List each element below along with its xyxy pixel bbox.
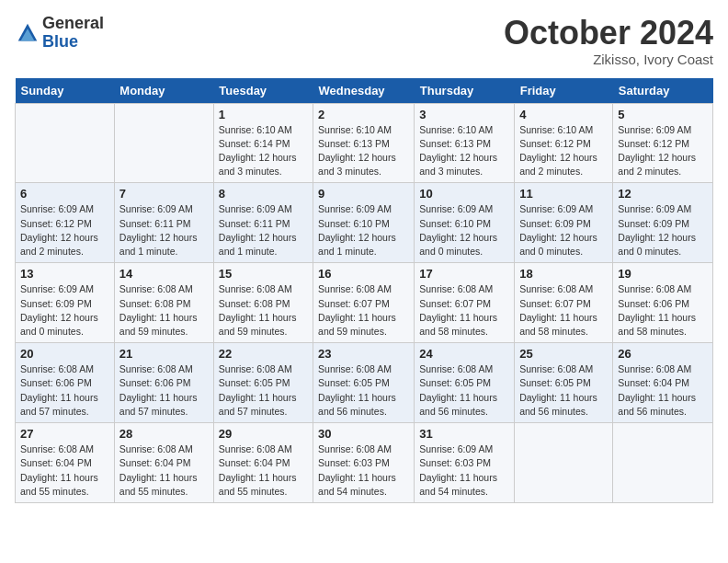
day-number: 15 [219, 267, 308, 281]
day-info: Sunrise: 6:08 AMSunset: 6:05 PMDaylight:… [219, 362, 308, 419]
calendar-week-row: 13Sunrise: 6:09 AMSunset: 6:09 PMDayligh… [16, 263, 713, 343]
day-info: Sunrise: 6:08 AMSunset: 6:07 PMDaylight:… [419, 282, 509, 339]
weekday-header: Thursday [415, 78, 515, 104]
day-info: Sunrise: 6:09 AMSunset: 6:10 PMDaylight:… [318, 202, 409, 259]
day-number: 24 [419, 347, 509, 361]
day-number: 5 [618, 108, 708, 121]
day-number: 31 [419, 427, 509, 441]
day-number: 8 [219, 187, 308, 201]
day-info: Sunrise: 6:09 AMSunset: 6:12 PMDaylight:… [20, 202, 109, 259]
logo-blue-text: Blue [42, 33, 104, 52]
day-info: Sunrise: 6:09 AMSunset: 6:03 PMDaylight:… [419, 442, 509, 499]
calendar-cell: 31Sunrise: 6:09 AMSunset: 6:03 PMDayligh… [415, 423, 515, 503]
calendar-cell: 5Sunrise: 6:09 AMSunset: 6:12 PMDaylight… [613, 103, 713, 183]
calendar-week-row: 1Sunrise: 6:10 AMSunset: 6:14 PMDaylight… [16, 103, 713, 183]
calendar-cell: 9Sunrise: 6:09 AMSunset: 6:10 PMDaylight… [313, 183, 415, 263]
calendar-cell: 17Sunrise: 6:08 AMSunset: 6:07 PMDayligh… [415, 263, 515, 343]
weekday-header: Saturday [613, 78, 713, 104]
day-number: 23 [318, 347, 409, 361]
day-info: Sunrise: 6:08 AMSunset: 6:07 PMDaylight:… [318, 282, 409, 339]
calendar-cell: 26Sunrise: 6:08 AMSunset: 6:04 PMDayligh… [613, 343, 713, 423]
day-info: Sunrise: 6:09 AMSunset: 6:09 PMDaylight:… [20, 282, 109, 339]
calendar-cell: 4Sunrise: 6:10 AMSunset: 6:12 PMDaylight… [515, 103, 613, 183]
day-info: Sunrise: 6:08 AMSunset: 6:04 PMDaylight:… [20, 442, 109, 499]
day-info: Sunrise: 6:08 AMSunset: 6:06 PMDaylight:… [618, 282, 708, 339]
day-number: 28 [119, 427, 209, 441]
day-number: 9 [318, 187, 409, 201]
calendar-cell: 25Sunrise: 6:08 AMSunset: 6:05 PMDayligh… [515, 343, 613, 423]
day-number: 12 [618, 187, 708, 201]
calendar-cell: 20Sunrise: 6:08 AMSunset: 6:06 PMDayligh… [16, 343, 115, 423]
calendar-cell: 10Sunrise: 6:09 AMSunset: 6:10 PMDayligh… [415, 183, 515, 263]
day-number: 20 [20, 347, 109, 361]
day-number: 13 [20, 267, 109, 281]
calendar-cell: 12Sunrise: 6:09 AMSunset: 6:09 PMDayligh… [613, 183, 713, 263]
calendar-cell: 19Sunrise: 6:08 AMSunset: 6:06 PMDayligh… [613, 263, 713, 343]
page-header: General Blue October 2024 Zikisso, Ivory… [15, 15, 713, 67]
day-info: Sunrise: 6:09 AMSunset: 6:10 PMDaylight:… [419, 202, 509, 259]
logo-icon [15, 20, 40, 46]
day-info: Sunrise: 6:08 AMSunset: 6:05 PMDaylight:… [318, 362, 409, 419]
weekday-header: Wednesday [313, 78, 415, 104]
calendar-cell: 11Sunrise: 6:09 AMSunset: 6:09 PMDayligh… [515, 183, 613, 263]
day-number: 22 [219, 347, 308, 361]
calendar-cell: 16Sunrise: 6:08 AMSunset: 6:07 PMDayligh… [313, 263, 415, 343]
calendar-cell [16, 103, 115, 183]
day-number: 3 [419, 108, 509, 121]
day-number: 1 [219, 108, 308, 121]
day-number: 4 [519, 108, 608, 121]
calendar-cell: 21Sunrise: 6:08 AMSunset: 6:06 PMDayligh… [114, 343, 213, 423]
day-number: 14 [119, 267, 209, 281]
day-number: 29 [219, 427, 308, 441]
calendar-cell: 2Sunrise: 6:10 AMSunset: 6:13 PMDaylight… [313, 103, 415, 183]
day-number: 11 [519, 187, 608, 201]
day-number: 19 [618, 267, 708, 281]
day-number: 2 [318, 108, 409, 121]
calendar-cell: 30Sunrise: 6:08 AMSunset: 6:03 PMDayligh… [313, 423, 415, 503]
weekday-header: Friday [515, 78, 613, 104]
day-number: 18 [519, 267, 608, 281]
logo-general-text: General [42, 15, 104, 33]
day-info: Sunrise: 6:09 AMSunset: 6:09 PMDaylight:… [519, 202, 608, 259]
calendar-cell [114, 103, 213, 183]
day-info: Sunrise: 6:08 AMSunset: 6:04 PMDaylight:… [618, 362, 708, 419]
day-info: Sunrise: 6:08 AMSunset: 6:04 PMDaylight:… [219, 442, 308, 499]
day-info: Sunrise: 6:09 AMSunset: 6:12 PMDaylight:… [618, 123, 708, 179]
day-info: Sunrise: 6:10 AMSunset: 6:13 PMDaylight:… [318, 123, 409, 179]
day-number: 21 [119, 347, 209, 361]
day-number: 16 [318, 267, 409, 281]
day-info: Sunrise: 6:09 AMSunset: 6:11 PMDaylight:… [119, 202, 209, 259]
title-block: October 2024 Zikisso, Ivory Coast [504, 15, 713, 67]
day-info: Sunrise: 6:08 AMSunset: 6:07 PMDaylight:… [519, 282, 608, 339]
calendar-cell: 1Sunrise: 6:10 AMSunset: 6:14 PMDaylight… [213, 103, 313, 183]
weekday-header: Sunday [16, 78, 115, 104]
calendar-cell [515, 423, 613, 503]
day-number: 25 [519, 347, 608, 361]
day-info: Sunrise: 6:08 AMSunset: 6:06 PMDaylight:… [119, 362, 209, 419]
calendar-cell: 24Sunrise: 6:08 AMSunset: 6:05 PMDayligh… [415, 343, 515, 423]
calendar-table: SundayMondayTuesdayWednesdayThursdayFrid… [15, 78, 713, 503]
day-info: Sunrise: 6:09 AMSunset: 6:11 PMDaylight:… [219, 202, 308, 259]
location: Zikisso, Ivory Coast [504, 52, 713, 67]
day-number: 30 [318, 427, 409, 441]
day-number: 26 [618, 347, 708, 361]
weekday-header-row: SundayMondayTuesdayWednesdayThursdayFrid… [16, 78, 713, 104]
month-title: October 2024 [504, 15, 713, 52]
calendar-cell: 7Sunrise: 6:09 AMSunset: 6:11 PMDaylight… [114, 183, 213, 263]
day-info: Sunrise: 6:08 AMSunset: 6:08 PMDaylight:… [119, 282, 209, 339]
calendar-cell: 18Sunrise: 6:08 AMSunset: 6:07 PMDayligh… [515, 263, 613, 343]
calendar-cell: 27Sunrise: 6:08 AMSunset: 6:04 PMDayligh… [16, 423, 115, 503]
day-info: Sunrise: 6:08 AMSunset: 6:04 PMDaylight:… [119, 442, 209, 499]
calendar-cell: 23Sunrise: 6:08 AMSunset: 6:05 PMDayligh… [313, 343, 415, 423]
day-info: Sunrise: 6:10 AMSunset: 6:12 PMDaylight:… [519, 123, 608, 179]
calendar-week-row: 6Sunrise: 6:09 AMSunset: 6:12 PMDaylight… [16, 183, 713, 263]
day-number: 27 [20, 427, 109, 441]
calendar-cell: 15Sunrise: 6:08 AMSunset: 6:08 PMDayligh… [213, 263, 313, 343]
day-info: Sunrise: 6:08 AMSunset: 6:08 PMDaylight:… [219, 282, 308, 339]
day-info: Sunrise: 6:09 AMSunset: 6:09 PMDaylight:… [618, 202, 708, 259]
calendar-cell: 22Sunrise: 6:08 AMSunset: 6:05 PMDayligh… [213, 343, 313, 423]
day-number: 6 [20, 187, 109, 201]
day-number: 10 [419, 187, 509, 201]
calendar-cell: 8Sunrise: 6:09 AMSunset: 6:11 PMDaylight… [213, 183, 313, 263]
logo: General Blue [15, 15, 104, 52]
